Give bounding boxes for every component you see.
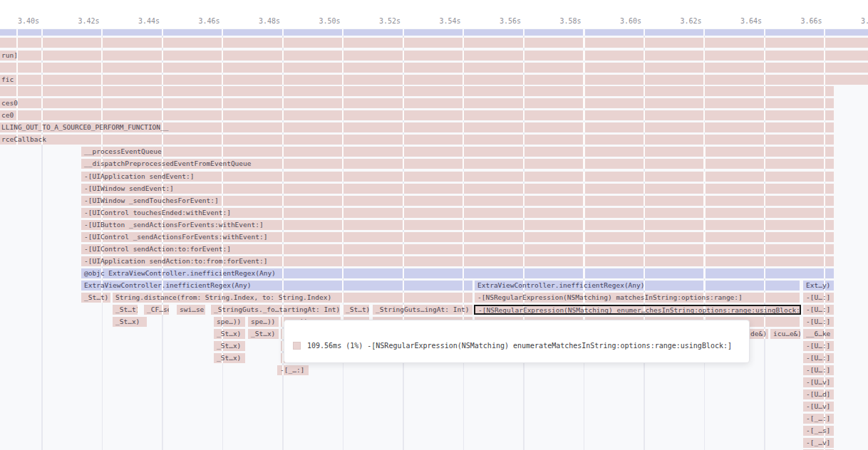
flame-bar[interactable]: _St…t) <box>113 305 138 315</box>
flame-bar[interactable]: __dispatchPreprocessedEventFromEventQueu… <box>81 159 834 169</box>
flame-bar[interactable]: _StringGuts._fo…tartingAt: Int) <box>211 305 340 315</box>
flame-bar[interactable] <box>0 29 868 36</box>
flame-bar[interactable]: -[UIApplication sendEvent:] <box>81 172 834 182</box>
flame-bar[interactable] <box>0 86 834 96</box>
flame-bar[interactable]: -[UIButton _sendActionsForEvents:withEve… <box>81 220 834 230</box>
frame-label: -[UIButton _sendActionsForEvents:withEve… <box>84 221 264 229</box>
flame-bar[interactable]: -[UIApplication sendAction:to:from:forEv… <box>81 256 834 266</box>
flame-bar[interactable]: rceCallback <box>0 135 834 145</box>
flame-bar[interactable]: ExtraViewController.inefficientRegex(Any… <box>81 281 472 291</box>
frame-label: -[U…:] <box>806 366 830 374</box>
flame-bar[interactable]: -[_…v] <box>803 438 834 448</box>
frame-label: ce0 <box>1 111 14 120</box>
flame-bar[interactable]: -[U…v] <box>803 402 834 412</box>
flame-bar[interactable]: _St…x) <box>214 341 245 351</box>
flame-bar[interactable]: spe…)) <box>248 317 279 327</box>
time-tick-label: 3.48s <box>259 17 280 26</box>
flame-bar[interactable]: icu…e&) <box>770 329 800 339</box>
flame-bar[interactable]: _CF…se <box>144 305 169 315</box>
frame-label: fic <box>1 75 14 84</box>
flame-bar[interactable]: -[NSRegularExpression(NSMatching) matche… <box>475 293 800 303</box>
frame-label: rceCallback <box>1 135 46 144</box>
frame-label: _StringGuts…ingAt: Int) <box>376 305 470 313</box>
flame-bar[interactable]: _St…x) <box>214 329 245 339</box>
tooltip-title-row: 109.56ms (1%) -[NSRegularExpression(NSMa… <box>293 342 740 350</box>
frame-label: -[U…:] <box>806 318 830 325</box>
flame-bar[interactable]: __6…ke <box>803 329 834 339</box>
flame-bar[interactable]: -[UIWindow sendEvent:] <box>81 184 834 194</box>
frame-label: icu…e&) <box>773 330 800 338</box>
flame-bar[interactable]: -[U…:] <box>803 353 834 363</box>
frame-label: -[U…d] <box>806 390 830 398</box>
frame-label: ces0 <box>1 99 18 108</box>
frame-label: -[U…:] <box>806 293 830 301</box>
flame-bar[interactable]: _StringGuts…ingAt: Int) <box>373 305 472 315</box>
flame-bar[interactable]: -[U…:] <box>803 341 834 351</box>
frame-label: spe…)) <box>217 318 241 325</box>
flame-bar[interactable]: _St…x) <box>214 353 245 363</box>
frame-label: ExtraViewController.inefficientRegex(Any… <box>477 281 645 289</box>
flame-bar[interactable]: -[_…:] <box>277 365 309 375</box>
flame-bar[interactable]: -[UIControl _sendActionsForEvents:withEv… <box>81 232 834 242</box>
flame-bar[interactable]: -[U…:] <box>803 365 834 375</box>
time-tick-label: 3.68s <box>861 17 868 26</box>
time-tick-label: 3.46s <box>198 17 219 26</box>
flame-bar[interactable]: -[UIWindow _sendTouchesForEvent:] <box>81 196 834 206</box>
flame-bar[interactable]: _St…t) <box>81 293 110 303</box>
flame-bar[interactable]: -[_…:] <box>803 414 834 424</box>
frame-label: -[U…v] <box>806 402 830 410</box>
flame-bar[interactable]: -[UIControl touchesEnded:withEvent:] <box>81 208 834 218</box>
flame-bar[interactable]: _St…x) <box>113 317 147 327</box>
frame-label: _St…t) <box>115 305 138 313</box>
flame-bar[interactable]: -[U…:] <box>803 305 834 315</box>
frame-label: __dispatchPreprocessedEventFromEventQueu… <box>84 159 252 167</box>
flame-bar[interactable]: swi…se <box>177 305 205 315</box>
frame-label: _St…x) <box>217 354 241 362</box>
frame-label: _St…t) <box>346 305 369 313</box>
frame-label: -[UIWindow _sendTouchesForEvent:] <box>84 197 219 204</box>
flame-bar[interactable]: fic <box>0 75 868 85</box>
time-tick-label: 3.56s <box>500 17 521 26</box>
frame-label: __processEventQueue <box>84 147 162 155</box>
flame-bar[interactable]: ExtraViewController.inefficientRegex(Any… <box>475 281 800 291</box>
frame-label: -[_…:] <box>280 366 304 374</box>
flame-bar[interactable]: -[U…:] <box>803 293 834 303</box>
flame-bar[interactable]: Ext…y) <box>803 281 834 291</box>
flame-bar[interactable]: -[UIControl sendAction:to:forEvent:] <box>81 244 834 254</box>
flame-bar[interactable]: ce0 <box>0 110 834 120</box>
frame-label: String.distance(from: String.Index, to: … <box>115 293 331 301</box>
frame-label: -[_…s] <box>806 427 830 434</box>
flame-bar[interactable]: __processEventQueue <box>81 147 834 157</box>
time-tick-label: 3.40s <box>18 17 39 26</box>
flame-bar[interactable]: -[U…:] <box>803 317 834 327</box>
time-tick-label: 3.66s <box>800 17 822 26</box>
flame-bar[interactable]: String.distance(from: String.Index, to: … <box>113 293 472 303</box>
flame-bar-selected[interactable]: -[NSRegularExpression(NSMatching) enumer… <box>474 305 801 315</box>
flame-bar[interactable]: LLING_OUT_TO_A_SOURCE0_PERFORM_FUNCTION_… <box>0 122 834 132</box>
frame-label: -[U…:] <box>806 305 830 313</box>
frame-label: _St…x) <box>217 330 241 338</box>
frame-label: _St…x) <box>115 318 140 325</box>
frame-label: @objc ExtraViewController.inefficientReg… <box>84 269 276 277</box>
frame-label: -[NSRegularExpression(NSMatching) matche… <box>477 293 743 301</box>
flame-bar[interactable]: ces0 <box>0 98 834 108</box>
flame-bar[interactable] <box>0 63 868 73</box>
frame-label: run] <box>1 51 18 60</box>
flame-bar[interactable]: _St…x) <box>248 329 279 339</box>
flame-bar[interactable]: -[U…v] <box>803 377 834 387</box>
frame-tooltip: 109.56ms (1%) -[NSRegularExpression(NSMa… <box>284 320 750 363</box>
time-tick-label: 3.64s <box>740 17 762 26</box>
frame-label: spe…)) <box>251 318 275 325</box>
time-tick-label: 3.58s <box>559 17 581 26</box>
frame-label: -[UIControl _sendActionsForEvents:withEv… <box>84 233 267 241</box>
flame-bar[interactable]: -[U…d] <box>803 389 834 399</box>
flame-bar[interactable]: -[_…s] <box>803 426 834 436</box>
frame-label: -[UIControl sendAction:to:forEvent:] <box>84 245 231 253</box>
flame-bar[interactable]: _St…t) <box>343 305 369 315</box>
flame-bar[interactable]: de&) <box>748 329 768 339</box>
flame-bar[interactable]: spe…)) <box>214 317 245 327</box>
flame-bar[interactable]: @objc ExtraViewController.inefficientReg… <box>81 268 834 278</box>
flame-bar[interactable]: run] <box>0 51 868 61</box>
time-tick-label: 3.44s <box>138 17 160 26</box>
flame-bar[interactable] <box>0 38 868 48</box>
